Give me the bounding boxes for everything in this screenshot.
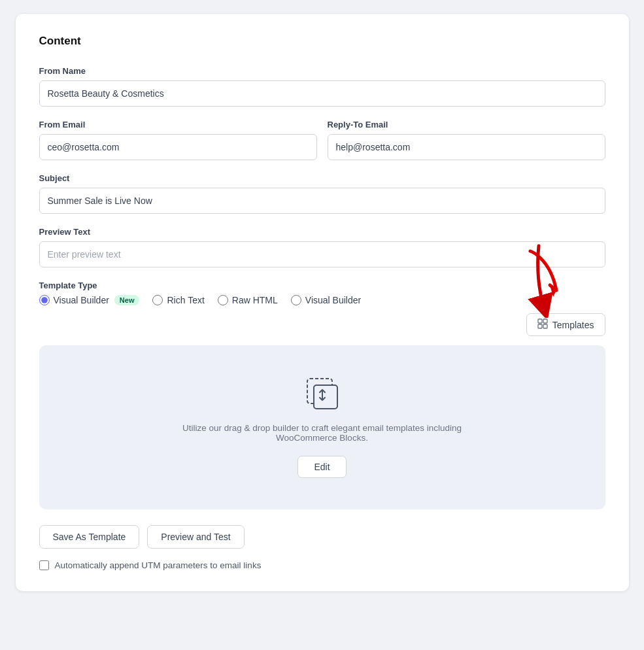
edit-button[interactable]: Edit [297, 456, 346, 478]
save-as-template-button[interactable]: Save As Template [39, 525, 140, 549]
svg-rect-2 [543, 319, 547, 323]
subject-label: Subject [39, 173, 605, 183]
radio-item-visual-builder-1[interactable]: Visual Builder New [39, 295, 140, 305]
from-email-label: From Email [39, 120, 317, 129]
subject-group: Subject [39, 173, 605, 214]
template-type-section: Template Type Visual Builder New Rich Te… [39, 281, 605, 305]
radio-item-rich-text[interactable]: Rich Text [152, 295, 204, 305]
utm-checkbox-row: Automatically append UTM parameters to e… [39, 560, 605, 570]
reply-to-email-input[interactable] [328, 134, 605, 160]
radio-label-visual-builder-2: Visual Builder [305, 295, 361, 305]
bottom-actions: Save As Template Preview and Test [39, 525, 605, 549]
builder-area: Utilize our drag & drop builder to craft… [39, 345, 605, 509]
email-row: From Email Reply-To Email [39, 120, 605, 173]
from-email-group: From Email [39, 120, 317, 160]
builder-description: Utilize our drag & drop builder to craft… [165, 423, 479, 443]
radio-group: Visual Builder New Rich Text Raw HTML Vi… [39, 295, 605, 305]
from-name-group: From Name [39, 66, 605, 107]
svg-rect-6 [314, 385, 337, 409]
svg-rect-4 [543, 324, 547, 328]
radio-label-visual-builder-1: Visual Builder [54, 295, 109, 305]
radio-label-rich-text: Rich Text [167, 295, 204, 305]
radio-visual-builder-1[interactable] [39, 295, 50, 305]
utm-label: Automatically append UTM parameters to e… [55, 560, 262, 570]
reply-to-email-group: Reply-To Email [328, 120, 605, 160]
from-email-input[interactable] [39, 134, 317, 160]
preview-text-input[interactable] [39, 241, 605, 267]
preview-text-label: Preview Text [39, 227, 605, 237]
templates-icon [537, 318, 548, 331]
radio-visual-builder-2[interactable] [291, 295, 301, 305]
templates-button-label: Templates [552, 320, 594, 330]
radio-item-visual-builder-2[interactable]: Visual Builder [291, 295, 361, 305]
new-badge: New [114, 295, 140, 305]
radio-rich-text[interactable] [152, 295, 163, 305]
drag-drop-icon [305, 377, 339, 413]
reply-to-email-label: Reply-To Email [328, 120, 605, 129]
preview-text-group: Preview Text [39, 227, 605, 267]
from-name-input[interactable] [39, 80, 605, 107]
utm-checkbox[interactable] [39, 560, 49, 570]
card-title: Content [39, 35, 605, 48]
svg-rect-1 [538, 319, 542, 323]
from-name-label: From Name [39, 66, 605, 76]
radio-item-raw-html[interactable]: Raw HTML [218, 295, 278, 305]
content-card: Content From Name From Email Reply-To Em… [15, 13, 630, 592]
template-type-label: Template Type [39, 281, 605, 290]
templates-btn-row: Templates [39, 313, 605, 336]
radio-label-raw-html: Raw HTML [232, 295, 278, 305]
radio-raw-html[interactable] [218, 295, 228, 305]
preview-and-test-button[interactable]: Preview and Test [147, 525, 244, 549]
svg-rect-3 [538, 324, 542, 328]
templates-button[interactable]: Templates [526, 313, 605, 336]
subject-input[interactable] [39, 188, 605, 214]
